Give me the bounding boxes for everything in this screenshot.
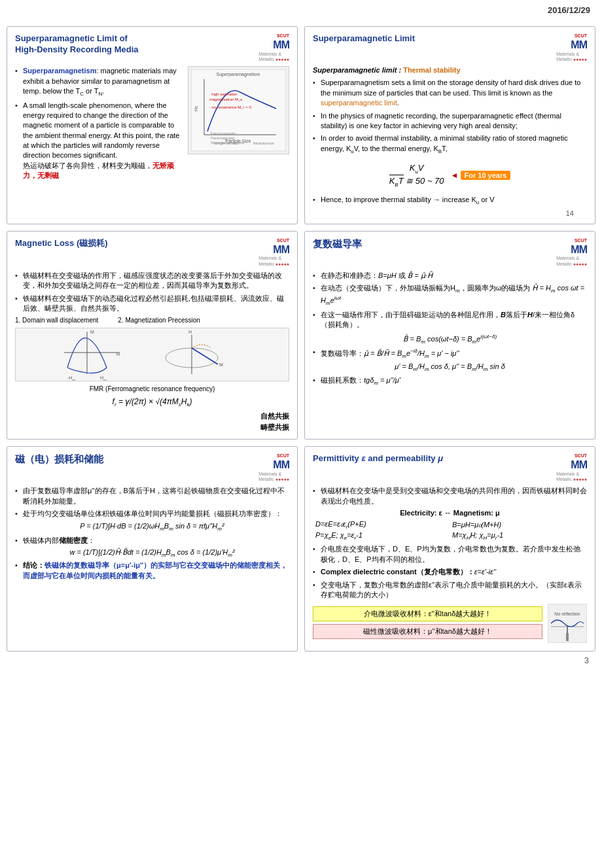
- card5-formula1: P = (1/T)∫H·dB = (1/2)ωHmBm sin δ = πfμ'…: [15, 522, 289, 532]
- card4-bullet5: 磁损耗系数：tgδm = μ''/μ': [313, 375, 587, 387]
- card3-bullet1: 铁磁材料在交变磁场的作用下，磁感应强度状态的改变要落后于外加交变磁场的改变，和外…: [15, 271, 289, 291]
- card4-bullets2: 复数磁导率：μ̄ = B̄/H̄ = Bme−iδ/Hm = μ' − iμ'': [313, 347, 587, 360]
- card3-sub-labels: 1. Domain wall displacement 2. Magnetiza…: [15, 317, 289, 324]
- card-superparamagnetic-limit: Superparamagnetic Limit SCUT MM Material…: [304, 26, 595, 224]
- eq2-right: M=χHH; χH=μr-1: [450, 530, 587, 542]
- bullet3-cn: 热运动破坏了各向异性，材料变为顺磁，无矫顽力，无剩磁: [23, 162, 174, 179]
- card3-resonance-labels: 自然共振 畴壁共振: [15, 411, 289, 432]
- card5-title: 磁（电）损耗和储能: [15, 453, 103, 466]
- card2-bullet1: Superparamagnetism sets a limit on the s…: [313, 78, 587, 108]
- card6-bullet3: Complex dielectric constant（复介电常数）：ε=ε'-…: [313, 567, 587, 577]
- svg-text:· high saturation: · high saturation: [209, 92, 238, 96]
- label-domain-wall: 1. Domain wall displacement: [15, 317, 98, 324]
- page-number-bottom: 3: [0, 651, 602, 665]
- card5-bullet3: 铁磁体内部储能密度：: [15, 536, 289, 546]
- card1-diagram: Superparamagnetism Particle Size Hc Sing…: [188, 66, 289, 154]
- card6-electricity-label: Electricity: ε ↔ Magnetism: μ: [313, 509, 587, 517]
- for-years-badge: ◄ For 10 years: [451, 171, 511, 180]
- card6-logo: SCUT MM Materials &Metallic ●●●●●: [556, 453, 587, 482]
- eq1-right: B=μH=μ₀(M+H): [450, 519, 587, 530]
- card2-bullets: Superparamagnetism sets a limit on the s…: [313, 78, 587, 155]
- card2-logo: SCUT MM Materials &Metallic ●●●●●: [556, 33, 587, 62]
- card6-bullets2: 介电质在交变电场下，D、E、P均为复数，介电常数也为复数。若介质中发生松弛极化，…: [313, 544, 587, 600]
- svg-text:Superparamagnetism: Superparamagnetism: [217, 72, 260, 77]
- card1-title: Superparamagnetic Limit ofHigh-Density R…: [15, 33, 139, 56]
- no-reflection-svg: No reflection: [548, 604, 587, 643]
- card-permittivity-permeability: Permittivity ε and permeability μ SCUT M…: [304, 446, 595, 651]
- eq2-left: P=χeE; χe=εr-1: [313, 530, 450, 542]
- card2-bullet2: In the physics of magnetic recording, th…: [313, 111, 587, 131]
- svg-text:magnetisation M_s: magnetisation M_s: [209, 97, 242, 101]
- card6-bullet2: 介电质在交变电场下，D、E、P均为复数，介电常数也为复数。若介质中发生松弛极化，…: [313, 544, 587, 564]
- card4-bullet1: 在静态和准静态：B=μH 或 B̄ = μ̄·H̄: [313, 271, 587, 281]
- card5-conclusion: 铁磁体的复数磁导率（μ=μ'-iμ''）的实部与它在交变磁场中的储能密度相关，而…: [23, 561, 287, 579]
- svg-rect-29: [566, 633, 569, 641]
- card5-bullets2: 铁磁体内部储能密度：: [15, 536, 289, 546]
- card-magnetic-loss: Magnetic Loss (磁损耗) SCUT MM Materials &M…: [7, 231, 298, 440]
- card5-bullet4: 结论：铁磁体的复数磁导率（μ=μ'-iμ''）的实部与它在交变磁场中的储能密度相…: [15, 561, 289, 581]
- card5-bullets3: 结论：铁磁体的复数磁导率（μ=μ'-iμ''）的实部与它在交变磁场中的储能密度相…: [15, 561, 289, 581]
- card3-bullets: 铁磁材料在交变磁场的作用下，磁感应强度状态的改变要落后于外加交变磁场的改变，和外…: [15, 271, 289, 314]
- card3-title: Magnetic Loss (磁损耗): [15, 238, 108, 249]
- card4-logo: SCUT MM Materials &Metallic ●●●●●: [556, 238, 587, 267]
- label-domain-resonance: 畴壁共振: [260, 423, 289, 432]
- label-natural: 自然共振: [260, 411, 289, 421]
- card5-logo: SCUT MM Materials &Metallic ●●●●●: [258, 453, 289, 482]
- card4-bullet4: 复数磁导率：μ̄ = B̄/H̄ = Bme−iδ/Hm = μ' − iμ'': [313, 347, 587, 360]
- card3-bullet2: 铁磁材料在交变磁场下的动态磁化过程必然引起损耗,包括磁滞损耗、涡流效应、磁后效、…: [15, 294, 289, 314]
- card2-title: Superparamagnetic Limit: [313, 33, 415, 44]
- card5-bullet2: 处于均匀交变磁场单位体积铁磁体单位时间内平均能量损耗（磁损耗功率密度）：: [15, 509, 289, 519]
- card1-bullets: Superparamagnetism: magnetic materials m…: [15, 66, 183, 181]
- card6-highlights: 介电微波吸收材料：ε''和tanδ越大越好！ 磁性微波吸收材料：μ''和tanδ…: [313, 604, 587, 644]
- svg-text:Multidomain: Multidomain: [253, 141, 274, 145]
- card5-formula2: w = (1/T)∫(1/2)H̄·B̄dt = (1/2)HmBm cos δ…: [15, 548, 289, 558]
- card6-bullets: 铁磁材料在交变场中是受到交变磁场和交变电场的共同作用的，因而铁磁材料同时会表现出…: [313, 486, 587, 506]
- card2-bullet-last: Hence, to improve thermal stability → in…: [313, 195, 587, 206]
- card2-bullet3: In order to avoid thermal instability, a…: [313, 133, 587, 155]
- page-date: 2016/12/29: [548, 5, 590, 15]
- card2-formula-row: KuV KBT ≅ 50 ~ 70 ◄ For 10 years: [313, 159, 587, 191]
- card4-formula2: μ' = Bm/Hm cos δ, μ'' = Bm/Hm sin δ: [313, 362, 587, 372]
- label-magnetization: 2. Magnetization Precession: [118, 317, 200, 324]
- svg-text:No reflection: No reflection: [554, 612, 580, 616]
- card4-bullets3: 磁损耗系数：tgδm = μ''/μ': [313, 375, 587, 387]
- card4-formula1: B̄ = Bm cos(ωt−δ) = Bmei(ωt−δ): [313, 334, 587, 345]
- highlight-magnetic: 磁性微波吸收材料：μ''和tanδ越大越好！: [313, 624, 542, 639]
- svg-text:Superparamagnetic: Superparamagnetic: [211, 141, 245, 145]
- svg-text:· no remanence M_r = 0: · no remanence M_r = 0: [209, 105, 252, 109]
- card5-bullets: 由于复数磁导率虚部μ''的存在，B落后于H，这将引起铁磁物质在交变磁化过程中不断…: [15, 486, 289, 519]
- card1-logo: SCUT MM Materials &Metallic ●●●●●: [258, 33, 289, 62]
- eq1-left: D=εE=ε₀εr(P+E): [313, 519, 450, 530]
- card2-subtitle-colored: Thermal stability: [403, 66, 460, 74]
- card2-bullet4: Hence, to improve thermal stability → in…: [313, 195, 587, 206]
- card4-title: 复数磁导率: [313, 238, 362, 251]
- card6-no-reflection-diagram: No reflection: [548, 604, 587, 644]
- svg-text:H: H: [116, 352, 120, 356]
- superparamagnetic-limit-text: superparamagnetic limit: [321, 99, 397, 107]
- card4-bullet3: 在这一磁场作用下，由于阻碍磁矩运动的各种阻尼作用，B落后于H/来一相位角δ（损耗…: [313, 310, 587, 330]
- card6-bullet1: 铁磁材料在交变场中是受到交变磁场和交变电场的共同作用的，因而铁磁材料同时会表现出…: [313, 486, 587, 506]
- card3-diagram: M H -Hsc Hsc H M: [15, 328, 289, 381]
- particle-diagram-svg: Superparamagnetism Particle Size Hc Sing…: [191, 69, 286, 151]
- card6-title: Permittivity ε and permeability μ: [313, 453, 443, 464]
- card3-logo: SCUT MM Materials &Metallic ●●●●●: [258, 238, 289, 267]
- card2-formula: KuV KBT ≅ 50 ~ 70: [389, 163, 444, 187]
- card2-subtitle: Superparamagnetic limit : Thermal stabil…: [313, 66, 587, 74]
- svg-text:H: H: [188, 330, 192, 334]
- bullet3-highlight: 无矫顽力，无剩磁: [23, 162, 174, 179]
- card6-equations: D=εE=ε₀εr(P+E) B=μH=μ₀(M+H) P=χeE; χe=εr…: [313, 519, 587, 542]
- svg-text:Hc: Hc: [194, 106, 198, 112]
- card2-page-num: 14: [313, 209, 587, 217]
- svg-text:M: M: [90, 330, 94, 334]
- domain-diagram-svg: M H -Hsc Hsc H M: [61, 328, 244, 381]
- card3-fmr-formula: fr = γ/(2π) × √(4πMsHk): [15, 396, 289, 408]
- highlight-dielectric: 介电微波吸收材料：ε''和tanδ越大越好！: [313, 606, 542, 621]
- card2-subtitle-italic: Superparamagnetic limit :: [313, 66, 401, 74]
- svg-text:Paramagnetic: Paramagnetic: [211, 136, 235, 140]
- card-magnetic-loss-energy: 磁（电）损耗和储能 SCUT MM Materials &Metallic ●●…: [7, 446, 298, 651]
- card-superparamagnetic-limit-media: Superparamagnetic Limit ofHigh-Density R…: [7, 26, 298, 224]
- card-complex-permeability: 复数磁导率 SCUT MM Materials &Metallic ●●●●● …: [304, 231, 595, 440]
- card4-bullet2: 在动态（交变磁场）下，外加磁场振幅为Hm，圆频率为ω的磁场为 H̄ = Hm c…: [313, 283, 587, 307]
- bullet1-bold: Superparamagnetism: [23, 67, 96, 75]
- bullet2-text: A small length-scale phenomenon, where t…: [23, 101, 180, 160]
